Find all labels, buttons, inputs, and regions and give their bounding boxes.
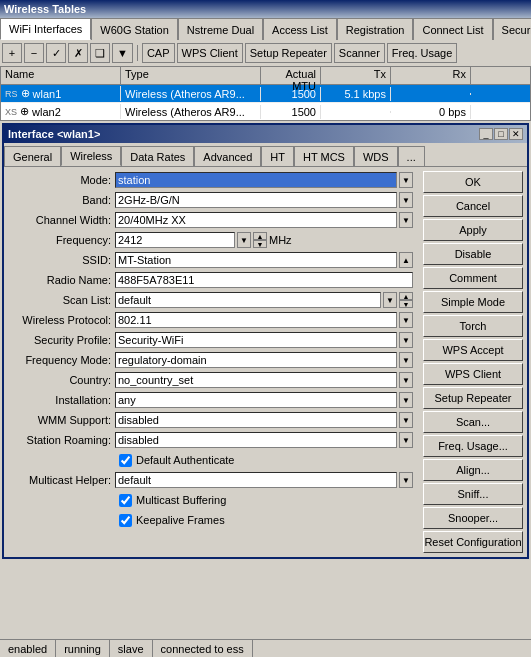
copy-button[interactable]: ❑ (90, 43, 110, 63)
check-button[interactable]: ✓ (46, 43, 66, 63)
station-roaming-input[interactable] (115, 432, 397, 448)
dialog-tab-bar: General Wireless Data Rates Advanced HT … (4, 143, 527, 167)
add-button[interactable]: + (2, 43, 22, 63)
ok-button[interactable]: OK (423, 171, 523, 193)
radio-name-input[interactable] (115, 272, 413, 288)
frequency-input[interactable] (115, 232, 235, 248)
frequency-dropdown[interactable]: ▼ (237, 232, 251, 248)
align-button[interactable]: Align... (423, 459, 523, 481)
table-row[interactable]: XS ⊕ wlan2 Wireless (Atheros AR9... 1500… (1, 103, 530, 121)
frequency-mode-control: ▼ (115, 352, 413, 368)
installation-dropdown[interactable]: ▼ (399, 392, 413, 408)
multicast-helper-input[interactable] (115, 472, 397, 488)
multicast-buffering-checkbox[interactable] (119, 494, 132, 507)
simple-mode-button[interactable]: Simple Mode (423, 291, 523, 313)
reset-configuration-button[interactable]: Reset Configuration (423, 531, 523, 553)
band-dropdown[interactable]: ▼ (399, 192, 413, 208)
col-type[interactable]: Type (121, 67, 261, 84)
frequency-mode-dropdown[interactable]: ▼ (399, 352, 413, 368)
country-label: Country: (10, 374, 115, 386)
close-button[interactable]: ✕ (509, 128, 523, 140)
tab-access-list[interactable]: Access List (263, 18, 337, 40)
ssid-picker[interactable]: ▲ (399, 252, 413, 268)
scan-list-spinners: ▲ ▼ (399, 292, 413, 308)
tab-registration[interactable]: Registration (337, 18, 414, 40)
installation-input[interactable] (115, 392, 397, 408)
tab-data-rates[interactable]: Data Rates (121, 146, 194, 166)
apply-button[interactable]: Apply (423, 219, 523, 241)
country-dropdown[interactable]: ▼ (399, 372, 413, 388)
tab-wireless[interactable]: Wireless (61, 146, 121, 166)
maximize-button[interactable]: □ (494, 128, 508, 140)
wmm-support-dropdown[interactable]: ▼ (399, 412, 413, 428)
wps-client-button[interactable]: WPS Client (423, 363, 523, 385)
tab-connect-list[interactable]: Connect List (413, 18, 492, 40)
cross-button[interactable]: ✗ (68, 43, 88, 63)
wireless-protocol-dropdown[interactable]: ▼ (399, 312, 413, 328)
default-authenticate-checkbox[interactable] (119, 454, 132, 467)
scan-list-input[interactable] (115, 292, 381, 308)
tab-advanced[interactable]: Advanced (194, 146, 261, 166)
scanner-button[interactable]: Scanner (334, 43, 385, 63)
frequency-down[interactable]: ▼ (253, 240, 267, 248)
tab-nstreme[interactable]: Nstreme Dual (178, 18, 263, 40)
wireless-protocol-control: ▼ (115, 312, 413, 328)
frequency-up[interactable]: ▲ (253, 232, 267, 240)
wmm-support-input[interactable] (115, 412, 397, 428)
mode-row: Mode: ▼ (10, 171, 413, 189)
wireless-protocol-input[interactable] (115, 312, 397, 328)
remove-button[interactable]: − (24, 43, 44, 63)
tab-ht[interactable]: HT (261, 146, 294, 166)
col-mtu[interactable]: Actual MTU (261, 67, 321, 84)
setup-repeater-button[interactable]: Setup Repeater (423, 387, 523, 409)
torch-button[interactable]: Torch (423, 315, 523, 337)
band-input[interactable] (115, 192, 397, 208)
snooper-button[interactable]: Snooper... (423, 507, 523, 529)
table-row[interactable]: RS ⊕ wlan1 Wireless (Atheros AR9... 1500… (1, 85, 530, 103)
multicast-helper-row: Multicast Helper: ▼ (10, 471, 413, 489)
sniff-button[interactable]: Sniff... (423, 483, 523, 505)
tab-general[interactable]: General (4, 146, 61, 166)
channel-width-input[interactable] (115, 212, 397, 228)
scan-list-up[interactable]: ▲ (399, 292, 413, 300)
col-tx[interactable]: Tx (321, 67, 391, 84)
tab-ht-mcs[interactable]: HT MCS (294, 146, 354, 166)
channel-width-dropdown[interactable]: ▼ (399, 212, 413, 228)
toolbar: + − ✓ ✗ ❑ ▼ CAP WPS Client Setup Repeate… (0, 40, 531, 66)
filter-button[interactable]: ▼ (112, 43, 133, 63)
tab-more[interactable]: ... (398, 146, 425, 166)
wps-accept-button[interactable]: WPS Accept (423, 339, 523, 361)
security-profile-dropdown[interactable]: ▼ (399, 332, 413, 348)
security-profile-input[interactable] (115, 332, 397, 348)
tab-w60g[interactable]: W60G Station (91, 18, 177, 40)
setup-repeater-button[interactable]: Setup Repeater (245, 43, 332, 63)
wps-client-button[interactable]: WPS Client (177, 43, 243, 63)
default-authenticate-label: Default Authenticate (136, 454, 234, 466)
mode-input[interactable] (115, 172, 397, 188)
tab-wds[interactable]: WDS (354, 146, 398, 166)
tab-security-profile[interactable]: Security Profile (493, 18, 531, 40)
scan-list-label: Scan List: (10, 294, 115, 306)
multicast-helper-dropdown[interactable]: ▼ (399, 472, 413, 488)
keepalive-frames-checkbox[interactable] (119, 514, 132, 527)
frequency-mode-input[interactable] (115, 352, 397, 368)
freq-usage-button[interactable]: Freq. Usage... (423, 435, 523, 457)
ssid-input[interactable] (115, 252, 397, 268)
country-input[interactable] (115, 372, 397, 388)
col-name[interactable]: Name (1, 67, 121, 84)
mode-dropdown[interactable]: ▼ (399, 172, 413, 188)
minimize-button[interactable]: _ (479, 128, 493, 140)
comment-button[interactable]: Comment (423, 267, 523, 289)
scan-button[interactable]: Scan... (423, 411, 523, 433)
frequency-row: Frequency: ▼ ▲ ▼ MHz (10, 231, 413, 249)
scan-list-dropdown[interactable]: ▼ (383, 292, 397, 308)
window-title: Wireless Tables (4, 3, 86, 15)
col-rx[interactable]: Rx (391, 67, 471, 84)
tab-wifi-interfaces[interactable]: WiFi Interfaces (0, 18, 91, 40)
cap-button[interactable]: CAP (142, 43, 175, 63)
freq-usage-button[interactable]: Freq. Usage (387, 43, 458, 63)
disable-button[interactable]: Disable (423, 243, 523, 265)
station-roaming-dropdown[interactable]: ▼ (399, 432, 413, 448)
cancel-button[interactable]: Cancel (423, 195, 523, 217)
scan-list-down[interactable]: ▼ (399, 300, 413, 308)
